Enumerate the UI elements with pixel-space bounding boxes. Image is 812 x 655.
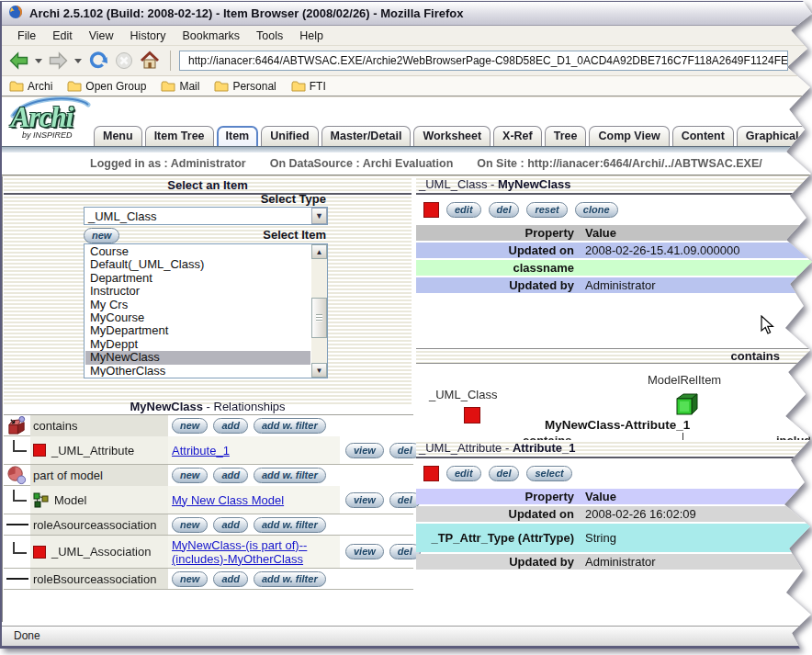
add-button[interactable]: add bbox=[213, 468, 248, 483]
bookmark-open-group[interactable]: Open Group bbox=[67, 80, 146, 93]
bookmark-personal[interactable]: Personal bbox=[214, 80, 276, 93]
tab-item-tree[interactable]: Item Tree bbox=[145, 126, 214, 146]
menu-file[interactable]: File bbox=[9, 27, 44, 45]
tab-tree[interactable]: Tree bbox=[545, 126, 587, 146]
view-button[interactable]: view bbox=[345, 492, 384, 508]
list-item[interactable]: MyOtherClass bbox=[85, 365, 310, 377]
view-button[interactable]: view bbox=[345, 443, 384, 458]
url-bar[interactable]: http://ianacer:6464/ABTWSAC.EXE/Archie2W… bbox=[179, 51, 788, 71]
del-button[interactable]: del bbox=[489, 466, 520, 481]
title-bar[interactable]: Archi 2.5.102 (Build: 2008-02-12) - Item… bbox=[2, 2, 812, 26]
clone-button[interactable]: clone bbox=[575, 202, 618, 218]
edit-button[interactable]: edit bbox=[446, 202, 481, 218]
uml-class-icon[interactable] bbox=[464, 407, 480, 423]
tree-connector-icon bbox=[13, 440, 27, 452]
tree-connector-icon bbox=[13, 490, 27, 502]
uml-association-icon bbox=[33, 546, 46, 559]
tab-unified[interactable]: Unified bbox=[261, 126, 318, 146]
back-dropdown-icon[interactable] bbox=[35, 59, 42, 63]
tab-content[interactable]: Content bbox=[672, 126, 734, 146]
reset-button[interactable]: reset bbox=[526, 202, 567, 218]
add-button[interactable]: add bbox=[213, 418, 248, 434]
related-item-type: Model bbox=[30, 486, 168, 514]
archi-logo: Archi by INSPIRED bbox=[7, 97, 92, 145]
list-item-selected[interactable]: MyNewClass bbox=[85, 351, 310, 364]
model-rel-item-cube-icon[interactable] bbox=[671, 390, 701, 419]
table-row: part of model new add add w. filter bbox=[4, 465, 413, 486]
tab-master-detail[interactable]: Master/Detail bbox=[321, 126, 412, 146]
menu-help[interactable]: Help bbox=[291, 27, 332, 45]
add-with-filter-button[interactable]: add w. filter bbox=[254, 418, 326, 434]
folder-icon bbox=[161, 81, 175, 92]
bookmark-mail[interactable]: Mail bbox=[161, 80, 199, 93]
new-button[interactable]: new bbox=[172, 517, 208, 533]
scroll-up-icon[interactable]: ▲ bbox=[311, 244, 327, 259]
diagram-class-type-label: _UML_Class bbox=[429, 388, 497, 401]
add-with-filter-button[interactable]: add w. filter bbox=[254, 517, 326, 533]
bookmark-fti[interactable]: FTI bbox=[291, 80, 326, 93]
forward-button[interactable] bbox=[47, 50, 70, 72]
tab-graphical[interactable]: Graphical bbox=[737, 126, 808, 146]
menu-edit[interactable]: Edit bbox=[44, 27, 81, 45]
back-button[interactable] bbox=[7, 50, 30, 72]
tab-worksheet[interactable]: Worksheet bbox=[413, 126, 491, 146]
attribute-link[interactable]: Attribute_1 bbox=[172, 444, 230, 457]
tab-comp-view[interactable]: Comp View bbox=[589, 126, 669, 146]
edit-button[interactable]: edit bbox=[446, 466, 481, 481]
menu-bookmarks[interactable]: Bookmarks bbox=[174, 27, 248, 45]
menu-view[interactable]: View bbox=[81, 27, 122, 45]
status-bar: Done bbox=[2, 626, 812, 646]
table-row: Updated by Administrator bbox=[416, 554, 812, 570]
item-listbox[interactable]: Course Default(_UML_Class) Department In… bbox=[84, 243, 328, 378]
list-item[interactable]: MyDepartment bbox=[85, 324, 310, 337]
uml-attribute-icon bbox=[33, 444, 46, 457]
del-button[interactable]: del bbox=[489, 202, 520, 218]
stop-button[interactable] bbox=[112, 50, 136, 72]
list-item[interactable]: Instructor bbox=[85, 285, 310, 298]
type-select[interactable]: _UML_Class ▼ bbox=[84, 207, 328, 225]
list-item[interactable]: Default(_UML_Class) bbox=[85, 258, 310, 271]
listbox-scrollbar[interactable]: ▲ ▼ bbox=[311, 244, 327, 378]
item-selector-panel: Select an Item Select Type _UML_Class ▼ … bbox=[4, 176, 412, 599]
related-item-type: _UML_Attribute bbox=[30, 436, 168, 464]
site: On Site : http://ianacer:6464/Archi/../A… bbox=[477, 157, 761, 170]
chevron-down-icon[interactable]: ▼ bbox=[311, 208, 327, 224]
type-select-value: _UML_Class bbox=[85, 208, 311, 224]
scrollbar-thumb[interactable] bbox=[311, 298, 327, 338]
home-button[interactable] bbox=[138, 50, 162, 72]
list-item[interactable]: My Crs bbox=[85, 299, 310, 311]
list-item[interactable]: MyCourse bbox=[85, 311, 310, 324]
forward-dropdown-icon[interactable] bbox=[74, 59, 82, 63]
add-button[interactable]: add bbox=[213, 517, 248, 533]
select-button[interactable]: select bbox=[526, 466, 571, 481]
bookmark-archi[interactable]: Archi bbox=[9, 80, 52, 93]
add-button[interactable]: add bbox=[213, 571, 248, 587]
property-header: Property bbox=[416, 225, 580, 241]
list-item[interactable]: MyDeppt bbox=[85, 338, 310, 351]
reload-button[interactable] bbox=[86, 50, 110, 72]
tab-x-ref[interactable]: X-Ref bbox=[493, 126, 542, 146]
new-button[interactable]: new bbox=[172, 418, 208, 434]
menu-tools[interactable]: Tools bbox=[248, 27, 291, 45]
tab-item[interactable]: Item bbox=[217, 126, 259, 146]
class-property-table: Property Value Updated on 2008-02-26-15.… bbox=[416, 223, 812, 295]
table-row: contains new add add w. filter bbox=[4, 415, 413, 436]
new-button[interactable]: new bbox=[172, 571, 208, 587]
menu-history[interactable]: History bbox=[122, 27, 175, 45]
association-link[interactable]: MyNewClass-(is part of)--(includes)-MyOt… bbox=[172, 538, 340, 566]
datasource: On DataSource : Archi Evaluation bbox=[270, 157, 454, 170]
list-item[interactable]: Department bbox=[85, 272, 310, 285]
add-with-filter-button[interactable]: add w. filter bbox=[254, 571, 326, 587]
toolbar-separator bbox=[170, 51, 171, 71]
model-link[interactable]: My New Class Model bbox=[172, 493, 284, 507]
add-with-filter-button[interactable]: add w. filter bbox=[254, 468, 326, 483]
new-item-button[interactable]: new bbox=[84, 228, 119, 243]
value-header: Value bbox=[580, 489, 812, 504]
scroll-down-icon[interactable]: ▼ bbox=[311, 363, 327, 378]
value-header: Value bbox=[580, 225, 812, 241]
tab-menu[interactable]: Menu bbox=[94, 126, 142, 146]
list-item[interactable]: Course bbox=[85, 245, 310, 258]
new-button[interactable]: new bbox=[172, 468, 208, 483]
table-row: roleBsourceassociation new add add w. fi… bbox=[4, 569, 413, 590]
view-button[interactable]: view bbox=[345, 544, 384, 559]
